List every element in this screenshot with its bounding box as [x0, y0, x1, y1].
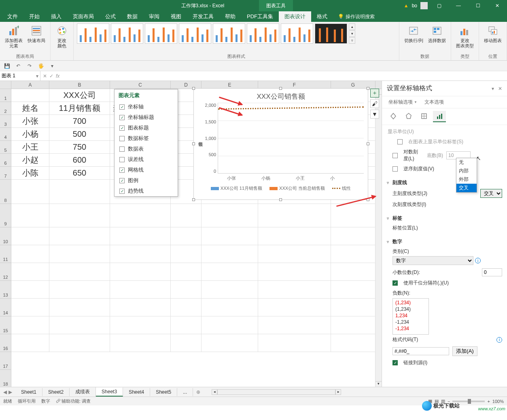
col-header-c[interactable]: C — [110, 81, 171, 89]
chart-style-thumb[interactable] — [213, 23, 245, 44]
user-avatar[interactable] — [420, 2, 428, 9]
dropdown-option[interactable]: 无 — [456, 158, 477, 167]
undo-icon[interactable]: ↶ — [14, 62, 23, 70]
checkbox-icon[interactable]: ✓ — [119, 178, 125, 183]
chart-object[interactable]: ＋ 🖌 ▼ XXX公司销售额 销售额 2,000 1,500 1,000 500… — [193, 88, 368, 200]
chart-element-item[interactable]: ✓网格线 — [115, 165, 178, 175]
cell[interactable]: 小张 — [11, 115, 49, 128]
thousands-separator-checkbox[interactable]: ✓ — [392, 280, 398, 286]
gallery-up[interactable]: ▴ — [349, 23, 355, 30]
status-accessibility[interactable]: 🗪 辅助功能: 调查 — [56, 398, 91, 404]
major-tick-type-select[interactable]: 交叉 — [480, 189, 502, 198]
cell[interactable]: 650 — [49, 167, 110, 180]
sheet-tab-overflow[interactable]: ... — [177, 388, 193, 396]
gallery-more[interactable]: ▿ — [349, 37, 355, 44]
text-options-tab[interactable]: 文本选项 — [424, 99, 444, 106]
formula-bar[interactable] — [62, 71, 507, 81]
worksheet-grid[interactable]: A B C D E F G 1 2 3 4 5 6 7 8 9 10 11 12… — [0, 81, 382, 387]
checkbox-icon[interactable]: ✓ — [119, 125, 125, 131]
show-unit-label-checkbox[interactable] — [397, 139, 403, 144]
view-page-layout-icon[interactable]: ▤ — [435, 399, 439, 404]
pane-options-icon[interactable]: ▾ — [492, 86, 494, 91]
cell[interactable]: 小陈 — [11, 167, 49, 180]
info-icon[interactable]: i — [496, 337, 502, 343]
number-category-select[interactable]: 数字 — [392, 256, 473, 265]
chart-style-thumb[interactable] — [145, 23, 177, 44]
tell-me-search[interactable]: 💡 操作说明搜索 — [333, 11, 380, 22]
dropdown-option[interactable]: 内部 — [456, 167, 477, 175]
change-chart-type-button[interactable]: 更改 图表类型 — [454, 23, 475, 49]
chart-styles-button[interactable]: 🖌 — [370, 99, 379, 108]
row-header[interactable]: 8 — [0, 180, 11, 204]
chart-elements-button[interactable]: ＋ — [370, 89, 379, 98]
quick-layout-button[interactable]: 快速布局 — [26, 23, 47, 44]
negative-format-option[interactable]: (1,234) — [394, 306, 428, 312]
row-header[interactable]: 6 — [0, 154, 11, 167]
sheet-tab[interactable]: 成绩表 — [70, 387, 96, 397]
sheet-tab[interactable]: Sheet3 — [96, 388, 123, 397]
tab-insert[interactable]: 插入 — [45, 11, 67, 22]
tab-chart-design[interactable]: 图表设计 — [279, 11, 311, 22]
chart-element-item[interactable]: ✓趋势线 — [115, 186, 178, 196]
tab-developer[interactable]: 开发工具 — [187, 11, 219, 22]
sheet-tab[interactable]: Sheet1 — [15, 388, 42, 396]
sheet-tab[interactable]: Sheet2 — [42, 388, 70, 396]
touch-mode-icon[interactable]: 🖐 — [36, 62, 45, 70]
chart-element-item[interactable]: ✓坐标轴 — [115, 102, 178, 112]
size-properties-icon[interactable] — [418, 111, 431, 122]
row-header[interactable]: 7 — [0, 167, 11, 180]
dropdown-option[interactable]: 交叉 — [456, 184, 477, 192]
effects-icon[interactable] — [402, 111, 415, 122]
close-button[interactable]: ✕ — [489, 0, 505, 11]
chart-style-thumb[interactable] — [111, 23, 143, 44]
zoom-out-icon[interactable]: − — [448, 399, 450, 404]
checkbox-icon[interactable]: ✓ — [119, 189, 125, 194]
tab-review[interactable]: 审阅 — [143, 11, 165, 22]
reverse-values-checkbox[interactable] — [392, 166, 398, 172]
axis-options-icon[interactable] — [433, 111, 446, 122]
select-data-button[interactable]: 选择数据 — [426, 23, 448, 44]
tab-format[interactable]: 格式 — [311, 11, 333, 22]
add-chart-element-button[interactable]: + 添加图表 元素 — [3, 23, 24, 49]
format-code-input[interactable] — [392, 347, 449, 355]
chart-element-item[interactable]: ✓坐标轴标题 — [115, 112, 178, 123]
checkbox-icon[interactable]: ✓ — [119, 104, 125, 110]
sheet-nav-prev-icon[interactable]: ◀ — [3, 389, 7, 395]
zoom-slider[interactable] — [452, 401, 485, 402]
maximize-button[interactable]: ☐ — [470, 0, 486, 11]
chart-style-thumb[interactable] — [77, 23, 109, 44]
negative-format-option[interactable]: 1,234 — [394, 312, 428, 319]
chart-element-item[interactable]: ✓图例 — [115, 175, 178, 186]
dropdown-option[interactable]: 外部 — [456, 175, 477, 184]
sheet-tab[interactable]: Sheet4 — [123, 388, 150, 396]
chart-styles-gallery[interactable]: ▴ ▾ ▿ — [77, 23, 355, 44]
user-name[interactable]: bo — [412, 3, 417, 8]
enter-formula-icon[interactable]: ✓ — [49, 73, 53, 79]
chart-element-item[interactable]: 数据标签 — [115, 133, 178, 144]
checkbox-icon[interactable] — [119, 146, 125, 152]
row-header[interactable]: 18 — [0, 370, 11, 387]
gallery-down[interactable]: ▾ — [349, 30, 355, 37]
checkbox-icon[interactable]: ✓ — [119, 168, 125, 173]
negative-format-option[interactable]: -1,234 — [394, 325, 428, 332]
sheet-nav-next-icon[interactable]: ▶ — [8, 389, 12, 395]
cell[interactable]: 500 — [49, 128, 110, 141]
chart-style-thumb[interactable] — [315, 23, 347, 44]
tab-page-layout[interactable]: 页面布局 — [67, 11, 100, 22]
cell[interactable]: 小赵 — [11, 154, 49, 167]
fill-line-icon[interactable] — [387, 111, 400, 122]
cell[interactable]: 700 — [49, 115, 110, 128]
row-header[interactable]: 12 — [0, 263, 11, 281]
view-normal-icon[interactable]: ▦ — [428, 399, 432, 404]
chart-style-thumb[interactable] — [247, 23, 279, 44]
link-to-source-checkbox[interactable]: ✓ — [392, 360, 398, 365]
col-header-e[interactable]: E — [202, 81, 258, 89]
minimize-button[interactable]: — — [450, 0, 467, 11]
chart-style-thumb[interactable] — [179, 23, 211, 44]
switch-row-col-button[interactable]: 切换行/列 — [403, 23, 425, 44]
cell-title[interactable]: XXX公司 — [49, 89, 110, 102]
chart-y-axis[interactable]: 2,000 1,500 1,000 500 0 — [204, 103, 218, 174]
add-format-button[interactable]: 添加(A) — [452, 346, 477, 356]
cell[interactable]: 小杨 — [11, 128, 49, 141]
checkbox-icon[interactable] — [119, 157, 125, 162]
